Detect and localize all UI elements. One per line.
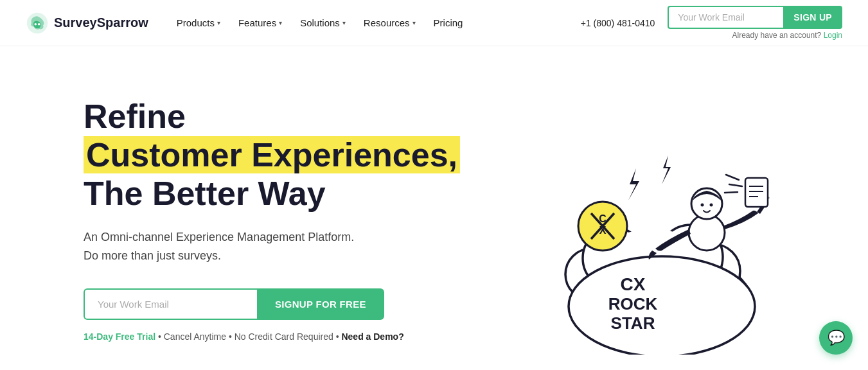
- hero-section: Refine Customer Experiences, The Better …: [0, 46, 868, 370]
- chevron-down-icon: ▾: [217, 19, 220, 26]
- cx-rockstar-illustration: CX ROCK STAR C X: [508, 85, 816, 355]
- nav-links: Products ▾ Features ▾ Solutions ▾ Resour…: [169, 12, 581, 33]
- nav-email-form: SIGN UP Already have an account? Login: [668, 6, 842, 40]
- logo-icon: [26, 12, 49, 35]
- demo-link[interactable]: Need a Demo?: [341, 331, 403, 342]
- chevron-down-icon: ▾: [342, 19, 346, 26]
- nav-account-text: Already have an account? Login: [668, 31, 842, 40]
- svg-point-2: [38, 23, 40, 26]
- chat-icon: 💬: [828, 330, 845, 346]
- phone-number: +1 (800) 481-0410: [581, 18, 655, 28]
- hero-email-form: SIGNUP FOR FREE: [84, 288, 469, 320]
- hero-title-highlight: Customer Experiences,: [84, 136, 460, 173]
- chevron-down-icon: ▾: [279, 19, 282, 26]
- nav-resources[interactable]: Resources ▾: [356, 12, 423, 33]
- nav-products[interactable]: Products ▾: [169, 12, 228, 33]
- svg-text:STAR: STAR: [611, 313, 655, 333]
- chat-button[interactable]: 💬: [819, 321, 853, 355]
- hero-title: Refine Customer Experiences, The Better …: [84, 98, 469, 213]
- nav-pricing[interactable]: Pricing: [426, 12, 471, 33]
- nav-features[interactable]: Features ▾: [231, 12, 290, 33]
- nav-email-input[interactable]: [668, 6, 783, 29]
- svg-rect-22: [745, 178, 768, 207]
- hero-content: Refine Customer Experiences, The Better …: [84, 98, 469, 342]
- login-link[interactable]: Login: [824, 31, 842, 40]
- svg-text:ROCK: ROCK: [608, 294, 658, 313]
- nav-solutions[interactable]: Solutions ▾: [292, 12, 353, 33]
- svg-point-1: [35, 23, 37, 26]
- svg-point-16: [710, 204, 713, 207]
- navbar: SurveySparrow Products ▾ Features ▾ Solu…: [0, 0, 868, 46]
- hero-signup-button[interactable]: SIGNUP FOR FREE: [257, 288, 384, 320]
- chevron-down-icon: ▾: [412, 19, 416, 26]
- svg-point-15: [701, 204, 704, 207]
- nav-signup-button[interactable]: SIGN UP: [783, 6, 842, 29]
- svg-point-9: [569, 256, 755, 355]
- svg-text:CX: CX: [621, 274, 646, 294]
- logo-link[interactable]: SurveySparrow: [26, 12, 148, 35]
- logo-text: SurveySparrow: [54, 15, 148, 30]
- svg-line-27: [729, 184, 742, 186]
- svg-line-26: [726, 175, 739, 180]
- hero-email-input[interactable]: [84, 288, 257, 320]
- hero-illustration: CX ROCK STAR C X: [495, 85, 829, 355]
- hero-meta: 14-Day Free Trial • Cancel Anytime • No …: [84, 331, 469, 342]
- svg-line-28: [725, 192, 738, 193]
- hero-subtitle: An Omni-channel Experience Management Pl…: [84, 228, 469, 265]
